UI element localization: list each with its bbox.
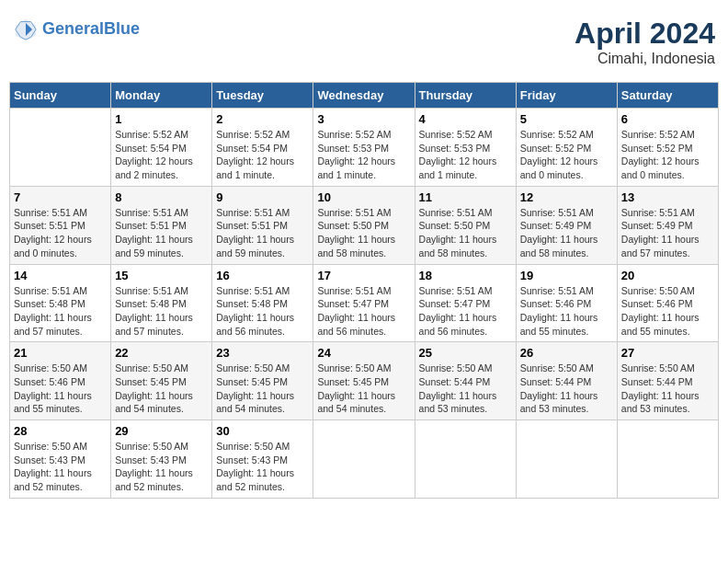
- day-info: Sunrise: 5:50 AMSunset: 5:43 PMDaylight:…: [216, 440, 309, 494]
- day-info: Sunrise: 5:51 AMSunset: 5:51 PMDaylight:…: [115, 206, 208, 260]
- day-number: 13: [621, 190, 714, 204]
- day-number: 9: [216, 190, 309, 204]
- day-number: 3: [317, 112, 410, 126]
- calendar-cell: 3Sunrise: 5:52 AMSunset: 5:53 PMDaylight…: [313, 109, 415, 187]
- calendar-week-3: 14Sunrise: 5:51 AMSunset: 5:48 PMDayligh…: [10, 264, 719, 342]
- day-number: 14: [14, 269, 107, 282]
- calendar-cell: 22Sunrise: 5:50 AMSunset: 5:45 PMDayligh…: [111, 342, 212, 420]
- day-number: 26: [520, 346, 613, 360]
- calendar-body: 1Sunrise: 5:52 AMSunset: 5:54 PMDaylight…: [10, 109, 719, 499]
- day-number: 16: [216, 269, 309, 282]
- day-info: Sunrise: 5:50 AMSunset: 5:43 PMDaylight:…: [14, 440, 107, 494]
- day-number: 5: [520, 112, 613, 126]
- calendar-cell: 18Sunrise: 5:51 AMSunset: 5:47 PMDayligh…: [415, 264, 516, 342]
- calendar-cell: [10, 109, 111, 187]
- day-info: Sunrise: 5:50 AMSunset: 5:44 PMDaylight:…: [621, 362, 714, 416]
- day-info: Sunrise: 5:51 AMSunset: 5:47 PMDaylight:…: [317, 284, 410, 339]
- day-number: 2: [216, 112, 309, 126]
- logo-text: GeneralBlue: [42, 20, 140, 39]
- calendar-cell: [516, 420, 617, 499]
- calendar-cell: 26Sunrise: 5:50 AMSunset: 5:44 PMDayligh…: [516, 342, 617, 420]
- day-number: 29: [115, 424, 208, 438]
- calendar-cell: 25Sunrise: 5:50 AMSunset: 5:44 PMDayligh…: [415, 342, 516, 420]
- calendar-cell: 30Sunrise: 5:50 AMSunset: 5:43 PMDayligh…: [212, 420, 313, 499]
- weekday-thursday: Thursday: [415, 83, 516, 109]
- day-number: 17: [317, 269, 410, 282]
- weekday-wednesday: Wednesday: [313, 83, 415, 109]
- calendar-cell: 24Sunrise: 5:50 AMSunset: 5:45 PMDayligh…: [313, 342, 415, 420]
- weekday-header-row: SundayMondayTuesdayWednesdayThursdayFrid…: [10, 83, 719, 109]
- calendar-cell: 9Sunrise: 5:51 AMSunset: 5:51 PMDaylight…: [212, 186, 313, 264]
- calendar-cell: 10Sunrise: 5:51 AMSunset: 5:50 PMDayligh…: [313, 186, 415, 264]
- day-number: 1: [115, 112, 208, 126]
- day-info: Sunrise: 5:51 AMSunset: 5:51 PMDaylight:…: [14, 206, 107, 260]
- day-info: Sunrise: 5:51 AMSunset: 5:46 PMDaylight:…: [520, 284, 613, 339]
- day-number: 4: [419, 112, 512, 126]
- day-info: Sunrise: 5:51 AMSunset: 5:48 PMDaylight:…: [216, 284, 309, 339]
- calendar-cell: 29Sunrise: 5:50 AMSunset: 5:43 PMDayligh…: [111, 420, 212, 499]
- calendar-table: SundayMondayTuesdayWednesdayThursdayFrid…: [9, 82, 719, 499]
- day-number: 30: [216, 424, 309, 438]
- day-number: 19: [520, 269, 613, 282]
- calendar-cell: 6Sunrise: 5:52 AMSunset: 5:52 PMDaylight…: [617, 109, 718, 187]
- calendar-cell: [617, 420, 718, 499]
- calendar-cell: 23Sunrise: 5:50 AMSunset: 5:45 PMDayligh…: [212, 342, 313, 420]
- day-number: 23: [216, 346, 309, 360]
- logo-icon: [13, 17, 39, 42]
- day-number: 27: [621, 346, 714, 360]
- day-number: 11: [419, 190, 512, 204]
- day-number: 7: [14, 190, 107, 204]
- day-number: 21: [14, 346, 107, 360]
- calendar-cell: 27Sunrise: 5:50 AMSunset: 5:44 PMDayligh…: [617, 342, 718, 420]
- day-info: Sunrise: 5:51 AMSunset: 5:49 PMDaylight:…: [621, 206, 714, 260]
- calendar-week-5: 28Sunrise: 5:50 AMSunset: 5:43 PMDayligh…: [10, 420, 719, 499]
- day-info: Sunrise: 5:50 AMSunset: 5:44 PMDaylight:…: [419, 362, 512, 416]
- calendar-cell: 8Sunrise: 5:51 AMSunset: 5:51 PMDaylight…: [111, 186, 212, 264]
- calendar-cell: 5Sunrise: 5:52 AMSunset: 5:52 PMDaylight…: [516, 109, 617, 187]
- day-info: Sunrise: 5:51 AMSunset: 5:50 PMDaylight:…: [317, 206, 410, 260]
- weekday-saturday: Saturday: [617, 83, 718, 109]
- day-info: Sunrise: 5:50 AMSunset: 5:44 PMDaylight:…: [520, 362, 613, 416]
- day-info: Sunrise: 5:51 AMSunset: 5:49 PMDaylight:…: [520, 206, 613, 260]
- calendar-cell: 20Sunrise: 5:50 AMSunset: 5:46 PMDayligh…: [617, 264, 718, 342]
- day-number: 12: [520, 190, 613, 204]
- day-number: 28: [14, 424, 107, 438]
- calendar-week-2: 7Sunrise: 5:51 AMSunset: 5:51 PMDaylight…: [10, 186, 719, 264]
- calendar-week-1: 1Sunrise: 5:52 AMSunset: 5:54 PMDaylight…: [10, 109, 719, 187]
- day-info: Sunrise: 5:51 AMSunset: 5:47 PMDaylight:…: [419, 284, 512, 339]
- day-info: Sunrise: 5:52 AMSunset: 5:52 PMDaylight:…: [621, 128, 714, 182]
- day-info: Sunrise: 5:52 AMSunset: 5:52 PMDaylight:…: [520, 128, 613, 182]
- weekday-friday: Friday: [516, 83, 617, 109]
- calendar-cell: [313, 420, 415, 499]
- calendar-cell: 16Sunrise: 5:51 AMSunset: 5:48 PMDayligh…: [212, 264, 313, 342]
- day-number: 22: [115, 346, 208, 360]
- day-number: 10: [317, 190, 410, 204]
- day-number: 18: [419, 269, 512, 282]
- calendar-cell: 28Sunrise: 5:50 AMSunset: 5:43 PMDayligh…: [10, 420, 111, 499]
- weekday-sunday: Sunday: [10, 83, 111, 109]
- day-info: Sunrise: 5:51 AMSunset: 5:50 PMDaylight:…: [419, 206, 512, 260]
- page-header: GeneralBlue April 2024 Cimahi, Indonesia: [9, 9, 719, 75]
- logo: GeneralBlue: [13, 17, 140, 42]
- title-block: April 2024 Cimahi, Indonesia: [574, 17, 715, 67]
- day-info: Sunrise: 5:52 AMSunset: 5:54 PMDaylight:…: [115, 128, 208, 182]
- calendar-cell: 13Sunrise: 5:51 AMSunset: 5:49 PMDayligh…: [617, 186, 718, 264]
- day-number: 6: [621, 112, 714, 126]
- day-info: Sunrise: 5:51 AMSunset: 5:48 PMDaylight:…: [14, 284, 107, 339]
- calendar-cell: 14Sunrise: 5:51 AMSunset: 5:48 PMDayligh…: [10, 264, 111, 342]
- day-info: Sunrise: 5:50 AMSunset: 5:46 PMDaylight:…: [14, 362, 107, 416]
- calendar-cell: 4Sunrise: 5:52 AMSunset: 5:53 PMDaylight…: [415, 109, 516, 187]
- day-number: 20: [621, 269, 714, 282]
- calendar-cell: 12Sunrise: 5:51 AMSunset: 5:49 PMDayligh…: [516, 186, 617, 264]
- day-info: Sunrise: 5:51 AMSunset: 5:48 PMDaylight:…: [115, 284, 208, 339]
- day-number: 24: [317, 346, 410, 360]
- day-info: Sunrise: 5:50 AMSunset: 5:43 PMDaylight:…: [115, 440, 208, 494]
- day-info: Sunrise: 5:50 AMSunset: 5:45 PMDaylight:…: [115, 362, 208, 416]
- day-info: Sunrise: 5:52 AMSunset: 5:53 PMDaylight:…: [317, 128, 410, 182]
- day-info: Sunrise: 5:50 AMSunset: 5:46 PMDaylight:…: [621, 284, 714, 339]
- calendar-cell: 19Sunrise: 5:51 AMSunset: 5:46 PMDayligh…: [516, 264, 617, 342]
- calendar-cell: 17Sunrise: 5:51 AMSunset: 5:47 PMDayligh…: [313, 264, 415, 342]
- calendar-cell: 15Sunrise: 5:51 AMSunset: 5:48 PMDayligh…: [111, 264, 212, 342]
- calendar-cell: [415, 420, 516, 499]
- calendar-cell: 21Sunrise: 5:50 AMSunset: 5:46 PMDayligh…: [10, 342, 111, 420]
